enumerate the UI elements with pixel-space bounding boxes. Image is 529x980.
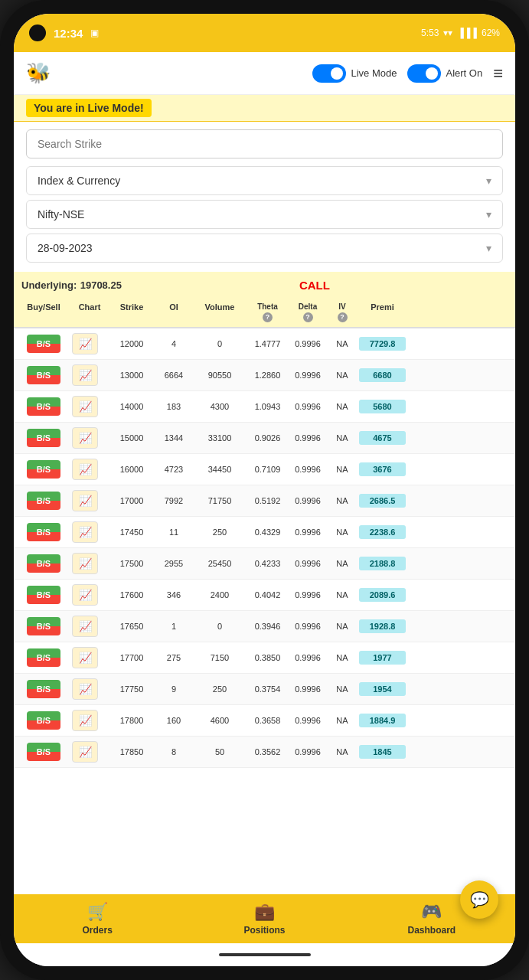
orders-label: Orders [82, 925, 112, 936]
delta-cell-7: 0.9996 [289, 556, 327, 571]
prem-cell-3: 4675 [358, 428, 407, 448]
bs-button-0[interactable]: B/S [27, 335, 60, 353]
prem-cell-5: 2686.5 [358, 491, 407, 511]
chart-button-4[interactable]: 📈 [72, 459, 98, 480]
bs-button-5[interactable]: B/S [27, 492, 60, 510]
bs-button-13[interactable]: B/S [27, 743, 60, 761]
alert-toggle[interactable] [407, 64, 441, 83]
chart-button-1[interactable]: 📈 [72, 364, 98, 386]
chevron-down-icon-2: ▾ [486, 208, 491, 220]
th-oi: OI [155, 298, 193, 327]
hamburger-menu[interactable]: ≡ [493, 64, 503, 83]
status-icon: ▣ [90, 28, 99, 38]
theta-cell-6: 0.4329 [247, 524, 289, 540]
chart-button-12[interactable]: 📈 [72, 710, 98, 731]
orders-icon: 🛒 [87, 902, 108, 922]
bs-button-10[interactable]: B/S [27, 648, 60, 667]
delta-cell-4: 0.9996 [289, 462, 327, 477]
bs-button-6[interactable]: B/S [27, 523, 60, 541]
theta-cell-5: 0.5192 [247, 493, 289, 508]
chat-fab[interactable]: 💬 [460, 880, 498, 919]
volume-cell-8: 2400 [193, 587, 247, 603]
iv-cell-3: NA [327, 430, 358, 446]
prem-cell-6: 2238.6 [358, 522, 407, 542]
volume-cell-1: 90550 [193, 368, 247, 383]
delta-cell-1: 0.9996 [289, 368, 327, 383]
chart-cell-1: 📈 [70, 361, 109, 389]
oi-cell-1: 6664 [155, 368, 193, 383]
bs-button-8[interactable]: B/S [27, 586, 60, 604]
prem-value-8: 2089.6 [359, 588, 406, 602]
bs-button-7[interactable]: B/S [27, 554, 60, 573]
app-logo: 🐝 [26, 61, 51, 85]
positions-nav-item[interactable]: 💼 Positions [181, 902, 348, 936]
theta-cell-0: 1.4777 [247, 336, 289, 351]
theta-cell-11: 0.3754 [247, 681, 289, 697]
bs-button-1[interactable]: B/S [27, 366, 60, 384]
call-label: CALL [122, 279, 508, 292]
prem-value-0: 7729.8 [359, 337, 406, 351]
bottom-nav: 🛒 Orders 💼 Positions 🎮 Dashboard [14, 894, 515, 943]
strike-cell-0: 12000 [109, 336, 155, 351]
bs-button-12[interactable]: B/S [27, 711, 60, 730]
theta-cell-9: 0.3946 [247, 619, 289, 634]
chevron-down-icon: ▾ [486, 175, 491, 187]
iv-cell-2: NA [327, 399, 358, 414]
wifi-icon: ▾▾ [443, 28, 452, 38]
banner-text: You are in Live Mode! [26, 99, 152, 117]
chart-button-8[interactable]: 📈 [72, 584, 98, 606]
chart-button-13[interactable]: 📈 [72, 741, 98, 763]
volume-cell-6: 250 [193, 524, 247, 540]
delta-cell-6: 0.9996 [289, 524, 327, 540]
index-currency-dropdown[interactable]: Index & Currency ▾ [26, 166, 503, 195]
chart-button-5[interactable]: 📈 [72, 490, 98, 511]
table-row: B/S 📈 12000 4 0 1.4777 0.9996 NA 7729.8 [14, 328, 515, 360]
bs-button-2[interactable]: B/S [27, 397, 60, 416]
iv-cell-12: NA [327, 713, 358, 728]
strike-cell-11: 17750 [109, 681, 155, 697]
bs-cell-9: B/S [17, 614, 70, 639]
battery-text: 62% [482, 28, 500, 38]
iv-cell-1: NA [327, 368, 358, 383]
oi-cell-2: 183 [155, 399, 193, 414]
chart-button-2[interactable]: 📈 [72, 396, 98, 417]
volume-cell-3: 33100 [193, 430, 247, 446]
table-row: B/S 📈 17700 275 7150 0.3850 0.9996 NA 19… [14, 642, 515, 674]
signal-icon: ▐▐▐ [457, 28, 477, 38]
positions-label: Positions [243, 925, 285, 936]
chart-button-10[interactable]: 📈 [72, 647, 98, 668]
orders-nav-item[interactable]: 🛒 Orders [14, 902, 181, 936]
strike-cell-12: 17800 [109, 713, 155, 728]
iv-cell-6: NA [327, 524, 358, 540]
strike-cell-5: 17000 [109, 493, 155, 508]
date-dropdown[interactable]: 28-09-2023 ▾ [26, 234, 503, 263]
th-premi: Premi [358, 298, 407, 327]
nifty-nse-dropdown[interactable]: Nifty-NSE ▾ [26, 200, 503, 229]
underlying-bar: Underlying: 19708.25 CALL [14, 272, 515, 298]
bs-button-3[interactable]: B/S [27, 429, 60, 447]
chart-button-0[interactable]: 📈 [72, 333, 98, 354]
live-mode-toggle-group: Live Mode [312, 64, 397, 83]
status-time: 12:34 [54, 27, 83, 40]
chart-button-11[interactable]: 📈 [72, 678, 98, 700]
chart-button-3[interactable]: 📈 [72, 427, 98, 449]
search-input[interactable] [26, 129, 503, 158]
theta-cell-12: 0.3658 [247, 713, 289, 728]
th-iv: IV ? [327, 298, 358, 327]
bs-button-4[interactable]: B/S [27, 460, 60, 479]
chart-button-6[interactable]: 📈 [72, 521, 98, 543]
prem-cell-9: 1928.8 [358, 616, 407, 636]
bs-button-9[interactable]: B/S [27, 617, 60, 635]
status-bar: 12:34 ▣ 5:53 ▾▾ ▐▐▐ 62% [14, 14, 515, 52]
chart-button-7[interactable]: 📈 [72, 553, 98, 574]
prem-value-11: 1954 [359, 682, 406, 696]
theta-cell-1: 1.2860 [247, 368, 289, 383]
bs-button-11[interactable]: B/S [27, 680, 60, 698]
live-mode-toggle[interactable] [312, 64, 346, 83]
chart-button-9[interactable]: 📈 [72, 616, 98, 637]
bs-cell-1: B/S [17, 363, 70, 387]
table-row: B/S 📈 17500 2955 25450 0.4233 0.9996 NA … [14, 548, 515, 580]
chart-cell-10: 📈 [70, 644, 109, 671]
dashboard-label: Dashboard [407, 925, 456, 936]
theta-cell-10: 0.3850 [247, 650, 289, 665]
